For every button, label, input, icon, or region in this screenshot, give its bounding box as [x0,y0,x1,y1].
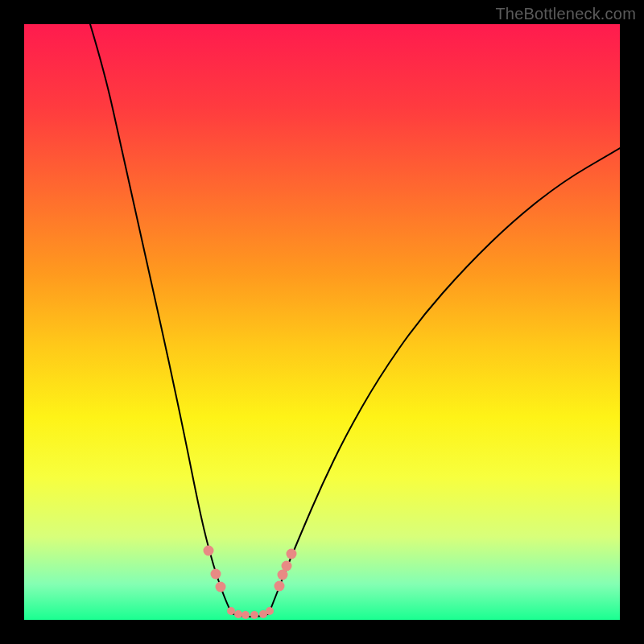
chart-container: TheBottleneck.com [0,0,644,644]
curve-overlay [24,24,620,620]
plot-area [24,24,620,620]
data-marker [242,611,250,619]
data-marker [287,549,297,559]
data-marker [282,561,292,572]
data-marker [266,607,274,615]
data-marker [234,610,242,618]
data-marker [227,607,235,615]
watermark-text: TheBottleneck.com [495,5,636,23]
data-marker [275,581,285,592]
curve-left-branch [90,24,232,613]
data-marker [216,582,226,592]
data-marker [250,611,258,619]
curve-right-branch [269,148,620,613]
data-marker [204,546,214,556]
data-marker [211,569,221,580]
